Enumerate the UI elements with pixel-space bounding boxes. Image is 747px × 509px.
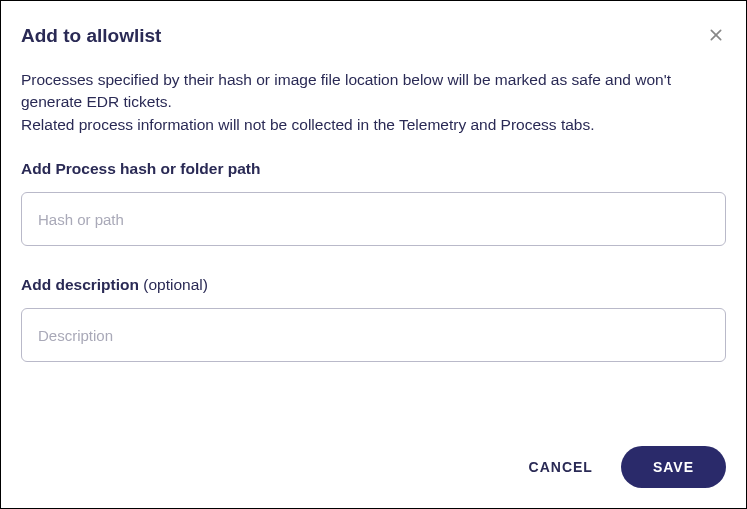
hash-field-label: Add Process hash or folder path <box>21 160 726 178</box>
dialog-title: Add to allowlist <box>21 25 161 47</box>
hash-field-group: Add Process hash or folder path <box>21 160 726 246</box>
close-icon <box>708 27 724 43</box>
description-line-2: Related process information will not be … <box>21 116 595 133</box>
add-to-allowlist-dialog: Add to allowlist Processes specified by … <box>0 0 747 509</box>
description-input[interactable] <box>21 308 726 362</box>
dialog-description: Processes specified by their hash or ima… <box>21 69 726 136</box>
hash-input[interactable] <box>21 192 726 246</box>
save-button[interactable]: SAVE <box>621 446 726 488</box>
dialog-actions: CANCEL SAVE <box>21 430 726 488</box>
description-line-1: Processes specified by their hash or ima… <box>21 71 671 110</box>
description-field-label: Add description (optional) <box>21 276 726 294</box>
dialog-header: Add to allowlist <box>21 25 726 47</box>
close-button[interactable] <box>706 25 726 45</box>
description-field-group: Add description (optional) <box>21 276 726 362</box>
cancel-button[interactable]: CANCEL <box>529 459 593 475</box>
